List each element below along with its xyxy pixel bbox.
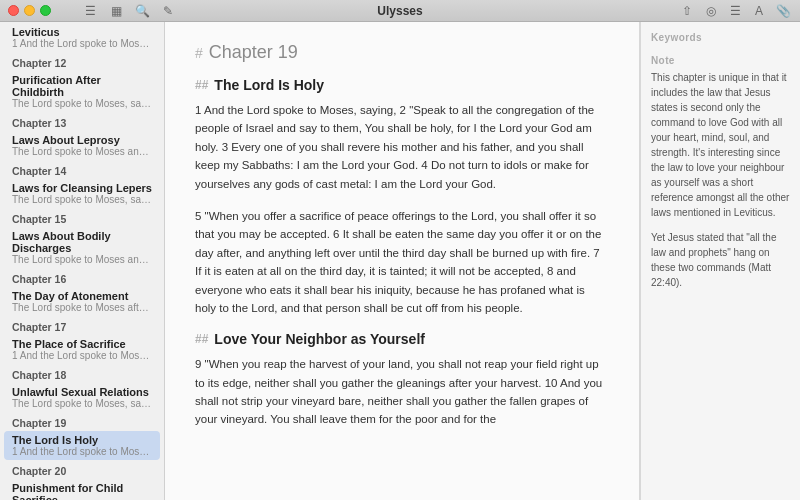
note-section: Note This chapter is unique in that it i… [651, 55, 790, 290]
sidebar-ch14-subtitle: The Lord spoke to Moses, saying, 2 "Th..… [12, 194, 152, 205]
sidebar-item-ch18[interactable]: Unlawful Sexual Relations The Lord spoke… [4, 383, 160, 412]
share-icon[interactable]: ◎ [702, 2, 720, 20]
sidebar-ch18-title: Unlawful Sexual Relations [12, 386, 152, 398]
sidebar-ch19-subtitle: 1 And the Lord spoke to Moses, saying, 2… [12, 446, 152, 457]
chapter-13-label: Chapter 13 [0, 113, 164, 130]
main-layout: Leviticus 1 And the Lord spoke to Moses … [0, 22, 800, 500]
sidebar-ch13-subtitle: The Lord spoke to Moses and Aaron, sa... [12, 146, 152, 157]
sidebar-toggle-icon[interactable]: ☰ [81, 2, 99, 20]
sidebar-ch19-title: The Lord Is Holy [12, 434, 152, 446]
chapter-16-label: Chapter 16 [0, 269, 164, 286]
sidebar-ch20-title: Punishment for Child Sacrifice [12, 482, 152, 500]
maximize-button[interactable] [40, 5, 51, 16]
chapter-12-label: Chapter 12 [0, 53, 164, 70]
chapter-19-label: Chapter 19 [0, 413, 164, 430]
keywords-label: Keywords [651, 32, 790, 43]
chapter-heading: # Chapter 19 [195, 42, 609, 63]
chapter-20-label: Chapter 20 [0, 461, 164, 478]
titlebar-left-icons: ☰ ▦ 🔍 ✎ [81, 2, 177, 20]
export-icon[interactable]: ⇧ [678, 2, 696, 20]
note-continuation: Yet Jesus stated that "all the law and p… [651, 230, 790, 290]
sidebar-item-ch14[interactable]: Laws for Cleansing Lepers The Lord spoke… [4, 179, 160, 208]
section-title-1: The Lord Is Holy [214, 77, 324, 93]
section-title-2: Love Your Neighbor as Yourself [214, 331, 425, 347]
sidebar-item-ch13[interactable]: Laws About Leprosy The Lord spoke to Mos… [4, 131, 160, 160]
section-text-2: 5 "When you offer a sacrifice of peace o… [195, 207, 609, 317]
sidebar-leviticus-subtitle: 1 And the Lord spoke to Moses and Aaron.… [12, 38, 152, 49]
sidebar: Leviticus 1 And the Lord spoke to Moses … [0, 22, 165, 500]
list-icon[interactable]: ☰ [726, 2, 744, 20]
close-button[interactable] [8, 5, 19, 16]
sidebar-ch14-title: Laws for Cleansing Lepers [12, 182, 152, 194]
chapter-title: Chapter 19 [209, 42, 298, 63]
sidebar-ch12-title: Purification After Childbirth [12, 74, 152, 98]
chapter-17-label: Chapter 17 [0, 317, 164, 334]
chapter-15-label: Chapter 15 [0, 209, 164, 226]
sidebar-ch17-subtitle: 1 And the Lord spoke to Moses, saying, 2… [12, 350, 152, 361]
right-panel: Keywords Note This chapter is unique in … [640, 22, 800, 500]
section-text-1: 1 And the Lord spoke to Moses, saying, 2… [195, 101, 609, 193]
section-heading-1: ## The Lord Is Holy [195, 77, 609, 93]
sidebar-ch13-title: Laws About Leprosy [12, 134, 152, 146]
titlebar: ☰ ▦ 🔍 ✎ Ulysses ⇧ ◎ ☰ A 📎 [0, 0, 800, 22]
titlebar-right-icons: ⇧ ◎ ☰ A 📎 [678, 2, 792, 20]
sidebar-item-leviticus[interactable]: Leviticus 1 And the Lord spoke to Moses … [4, 23, 160, 52]
traffic-lights [8, 5, 51, 16]
sidebar-item-ch20[interactable]: Punishment for Child Sacrifice The Lord … [4, 479, 160, 500]
sidebar-ch15-title: Laws About Bodily Discharges [12, 230, 152, 254]
sidebar-leviticus-title: Leviticus [12, 26, 152, 38]
section-hash-icon-2: ## [195, 332, 208, 346]
chapter-18-label: Chapter 18 [0, 365, 164, 382]
sidebar-ch18-subtitle: The Lord spoke to Moses, saying, 2... [12, 398, 152, 409]
note-label: Note [651, 55, 790, 66]
columns-icon[interactable]: ▦ [107, 2, 125, 20]
sidebar-item-ch15[interactable]: Laws About Bodily Discharges The Lord sp… [4, 227, 160, 268]
app-title: Ulysses [377, 4, 422, 18]
compose-icon[interactable]: ✎ [159, 2, 177, 20]
chapter-14-label: Chapter 14 [0, 161, 164, 178]
sidebar-ch15-subtitle: The Lord spoke to Moses and Aaron, sa... [12, 254, 152, 265]
section-hash-icon-1: ## [195, 78, 208, 92]
section-text-3: 9 "When you reap the harvest of your lan… [195, 355, 609, 429]
sidebar-item-ch12[interactable]: Purification After Childbirth The Lord s… [4, 71, 160, 112]
section-heading-2: ## Love Your Neighbor as Yourself [195, 331, 609, 347]
attach-icon[interactable]: 📎 [774, 2, 792, 20]
note-text: This chapter is unique in that it includ… [651, 70, 790, 220]
sidebar-ch17-title: The Place of Sacrifice [12, 338, 152, 350]
sidebar-item-ch16[interactable]: The Day of Atonement The Lord spoke to M… [4, 287, 160, 316]
sidebar-ch16-title: The Day of Atonement [12, 290, 152, 302]
chapter-hash-icon: # [195, 45, 203, 61]
keywords-section: Keywords [651, 32, 790, 43]
minimize-button[interactable] [24, 5, 35, 16]
sidebar-ch16-subtitle: The Lord spoke to Moses after the deat..… [12, 302, 152, 313]
font-icon[interactable]: A [750, 2, 768, 20]
search-icon[interactable]: 🔍 [133, 2, 151, 20]
content-area: # Chapter 19 ## The Lord Is Holy 1 And t… [165, 22, 640, 500]
sidebar-item-ch19[interactable]: The Lord Is Holy 1 And the Lord spoke to… [4, 431, 160, 460]
sidebar-ch12-subtitle: The Lord spoke to Moses, saying, 2 "Sp..… [12, 98, 152, 109]
sidebar-item-ch17[interactable]: The Place of Sacrifice 1 And the Lord sp… [4, 335, 160, 364]
